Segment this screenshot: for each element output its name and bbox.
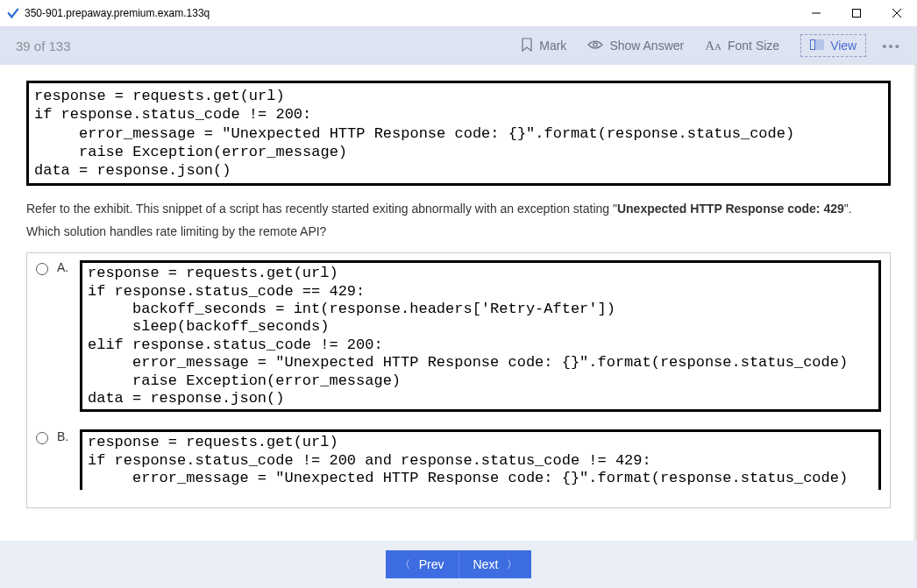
question-counter: 39 of 133 [16,39,71,53]
svg-rect-5 [811,40,815,50]
maximize-button[interactable] [836,0,877,26]
chevron-left-icon: 〈 [400,557,410,572]
prev-button[interactable]: 〈 Prev [386,550,459,578]
q1-pre: Refer to the exhibit. This snippet of a … [26,202,617,216]
view-button[interactable]: View [800,34,866,57]
next-label: Next [473,557,499,571]
bookmark-icon [521,38,533,54]
font-size-button[interactable]: AA Font Size [705,39,779,53]
next-button[interactable]: Next 〉 [459,550,532,578]
svg-point-4 [594,43,597,46]
view-label: View [830,39,857,53]
close-button[interactable] [877,0,917,26]
content-area: response = requests.get(url) if response… [0,65,917,541]
font-size-label: Font Size [728,39,779,53]
window-controls [796,0,917,26]
scrollbar[interactable] [913,65,917,541]
q1-post: ". [844,202,852,216]
footer-nav: 〈 Prev Next 〉 [0,541,917,588]
option-label-b: B. [57,429,71,443]
mark-button[interactable]: Mark [521,38,566,54]
option-code-a: response = requests.get(url) if response… [80,260,881,412]
option-code-b: response = requests.get(url) if response… [80,429,881,489]
svg-rect-1 [853,10,861,18]
options-container: A. response = requests.get(url) if respo… [26,252,891,507]
radio-a[interactable] [36,263,48,275]
view-icon [810,39,824,53]
option-a[interactable]: A. response = requests.get(url) if respo… [36,260,881,412]
window-titlebar: 350-901.prepaway.premium.exam.133q [0,0,917,26]
option-b[interactable]: B. response = requests.get(url) if respo… [36,429,881,489]
eye-icon [587,39,603,53]
svg-rect-6 [816,40,824,50]
question-line-2: Which solution handles rate limiting by … [26,224,891,238]
option-label-a: A. [57,260,71,274]
window-title: 350-901.prepaway.premium.exam.133q [25,7,210,19]
minimize-button[interactable] [796,0,836,26]
question-line-1: Refer to the exhibit. This snippet of a … [26,202,891,216]
font-size-icon: AA [705,39,722,53]
chevron-right-icon: 〉 [507,557,517,572]
exhibit-code: response = requests.get(url) if response… [26,81,891,186]
radio-b[interactable] [36,432,48,444]
show-answer-label: Show Answer [609,39,684,53]
prev-label: Prev [419,557,444,571]
q1-strong: Unexpected HTTP Response code: 429 [617,202,844,216]
show-answer-button[interactable]: Show Answer [587,39,684,53]
mark-label: Mark [539,39,566,53]
app-icon [7,7,19,19]
toolbar: 39 of 133 Mark Show Answer AA Font Size … [0,26,917,65]
more-button[interactable]: ••• [882,39,901,53]
